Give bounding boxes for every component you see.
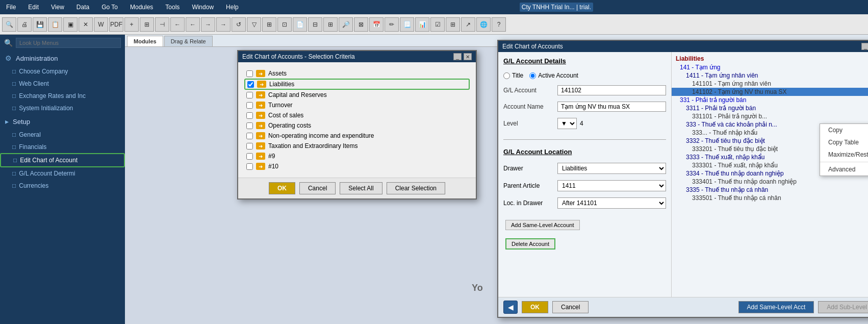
toolbar-doc[interactable]: 📃	[400, 17, 414, 32]
tree-item[interactable]: 333501 - Thuế thu nhập cá nhân	[672, 194, 868, 202]
tree-item[interactable]: 331 - Phải trả người bán	[672, 96, 868, 104]
menu-file[interactable]: File	[4, 3, 18, 12]
toolbar-paste[interactable]: 📄	[293, 17, 307, 32]
toolbar-copy2[interactable]: ⊡	[277, 17, 292, 32]
parent-article-select[interactable]: 1411	[557, 180, 666, 191]
tree-item[interactable]: 141 - Tạm ứng	[672, 63, 868, 71]
tree-item[interactable]: 3335 - Thuế thu nhập cá nhân	[672, 186, 868, 194]
toolbar-cal[interactable]: 📅	[369, 17, 384, 32]
toolbar-grid[interactable]: ⊞	[140, 17, 154, 32]
toolbar-search[interactable]: 🔍	[2, 17, 16, 32]
sidebar-item-financials[interactable]: □ Financials	[0, 141, 125, 153]
tree-item[interactable]: 141101 - Tạm ứng nhân viên	[672, 80, 868, 88]
search-input[interactable]	[16, 38, 121, 48]
gl-account-input[interactable]	[557, 85, 666, 95]
context-menu-maximize[interactable]: Maximize/Restore Grid	[820, 148, 868, 161]
eca-ok-btn[interactable]: OK	[522, 301, 548, 313]
menu-edit[interactable]: Edit	[26, 3, 41, 12]
eca-minimize-btn[interactable]: _	[861, 43, 868, 50]
toolbar-expand[interactable]: ⊞	[262, 17, 276, 32]
toolbar-text[interactable]: ⊠	[354, 17, 368, 32]
selection-close-btn[interactable]: ✕	[464, 53, 472, 60]
tree-item-selected[interactable]: 141102 - Tạm ứng NV thu mua SX	[672, 88, 868, 96]
checkbox-taxation-input[interactable]	[246, 143, 253, 149]
title-radio[interactable]	[503, 72, 510, 79]
tree-item[interactable]: 1411 - Tạm ứng nhân viên	[672, 71, 868, 80]
sidebar-item-general[interactable]: □ General	[0, 129, 125, 141]
toolbar-edit[interactable]: ✏	[385, 17, 399, 32]
toolbar-filter[interactable]: ▽	[247, 17, 261, 32]
selection-select-all-btn[interactable]: Select All	[340, 182, 382, 194]
add-same-level-btn[interactable]: Add Same-Level Account	[505, 220, 580, 230]
eca-add-same-btn[interactable]: Add Same-Level Acct	[738, 301, 814, 313]
checkbox-hash10-input[interactable]	[246, 163, 253, 170]
menu-view[interactable]: View	[49, 3, 66, 12]
context-menu-advanced[interactable]: Advanced	[820, 163, 868, 176]
menu-modules[interactable]: Modules	[128, 3, 155, 12]
toolbar-save[interactable]: 💾	[33, 17, 47, 32]
toolbar-zoom[interactable]: 🔎	[339, 17, 353, 32]
toolbar-globe[interactable]: 🌐	[476, 17, 491, 32]
menu-goto[interactable]: Go To	[99, 3, 120, 12]
toolbar-back[interactable]: ←	[170, 17, 185, 32]
toolbar-chart[interactable]: 📊	[415, 17, 429, 32]
back-button[interactable]: ◀	[503, 301, 518, 314]
checkbox-assets-input[interactable]	[246, 70, 253, 77]
checkbox-operating-input[interactable]	[246, 122, 253, 129]
toolbar-back2[interactable]: ←	[186, 17, 200, 32]
sidebar-item-system-init[interactable]: □ System Initialization	[0, 102, 125, 114]
tree-item[interactable]: 3311 - Phải trả người bán	[672, 104, 868, 112]
selection-clear-btn[interactable]: Clear Selection	[387, 182, 445, 194]
sidebar-item-currencies[interactable]: □ Currencies	[0, 180, 125, 192]
menu-help[interactable]: Help	[224, 3, 241, 12]
selection-ok-btn[interactable]: OK	[269, 182, 295, 194]
account-name-input[interactable]	[557, 102, 666, 112]
toolbar-w[interactable]: W	[94, 17, 108, 32]
toolbar-grid2[interactable]: ⊟	[308, 17, 322, 32]
toolbar-plus[interactable]: +	[124, 17, 139, 32]
tree-item[interactable]: 331101 - Phải trả người b...	[672, 112, 868, 120]
toolbar-x[interactable]: ✕	[79, 17, 93, 32]
toolbar-export[interactable]: ↗	[461, 17, 475, 32]
sidebar-item-exchange-rates[interactable]: □ Exchange Rates and Inc	[0, 90, 125, 102]
eca-cancel-btn[interactable]: Cancel	[552, 301, 589, 313]
toolbar-fwd[interactable]: →	[201, 17, 215, 32]
context-menu-copy[interactable]: Copy	[820, 124, 868, 136]
level-select[interactable]: ▼	[557, 118, 577, 129]
toolbar-print[interactable]: 🖨	[17, 17, 32, 32]
toolbar-copy[interactable]: 📋	[48, 17, 62, 32]
toolbar-box[interactable]: ▣	[63, 17, 78, 32]
checkbox-capital-input[interactable]	[246, 92, 253, 98]
active-account-radio[interactable]	[529, 72, 536, 79]
toolbar-help[interactable]: ?	[492, 17, 506, 32]
sidebar-item-setup[interactable]: ▸ Setup	[0, 114, 125, 129]
toolbar-refresh[interactable]: ↺	[232, 17, 246, 32]
checkbox-turnover-input[interactable]	[246, 102, 253, 109]
menu-tools[interactable]: Tools	[163, 3, 182, 12]
tab-drag-relate[interactable]: Drag & Relate	[164, 36, 213, 46]
checkbox-non-op-input[interactable]	[246, 133, 253, 139]
toolbar-check[interactable]: ☑	[430, 17, 445, 32]
checkbox-cost-sales-input[interactable]	[246, 112, 253, 119]
sidebar-item-choose-company[interactable]: □ Choose Company	[0, 65, 125, 78]
context-menu-copy-table[interactable]: Copy Table	[820, 136, 868, 148]
sidebar-item-web-client[interactable]: □ Web Client	[0, 78, 125, 90]
drawer-select[interactable]: Liabilities	[557, 163, 666, 174]
menu-data[interactable]: Data	[74, 3, 91, 12]
delete-account-btn[interactable]: Delete Account	[505, 238, 555, 250]
toolbar-box2[interactable]: ⊞	[446, 17, 460, 32]
toolbar-search2[interactable]: ⊞	[323, 17, 338, 32]
sidebar-item-gl-account[interactable]: □ G/L Account Determi	[0, 167, 125, 180]
sidebar-item-administration[interactable]: ⚙ Administration	[0, 51, 125, 65]
toolbar-fwd2[interactable]: →	[216, 17, 231, 32]
loc-in-drawer-select[interactable]: After 141101	[557, 197, 666, 209]
checkbox-liabilities-input[interactable]	[247, 81, 254, 88]
selection-minimize-btn[interactable]: _	[453, 53, 462, 60]
toolbar-pipe[interactable]: ⊣	[155, 17, 169, 32]
tree-item[interactable]: 333401 - Thuế thu nhập doanh nghiệp	[672, 178, 868, 186]
toolbar-pdf[interactable]: PDF	[109, 17, 123, 32]
sidebar-item-edit-chart[interactable]: □ Edit Chart of Account	[0, 153, 125, 167]
menu-window[interactable]: Window	[190, 3, 216, 12]
selection-cancel-btn[interactable]: Cancel	[299, 182, 336, 194]
tab-modules[interactable]: Modules	[127, 36, 163, 46]
